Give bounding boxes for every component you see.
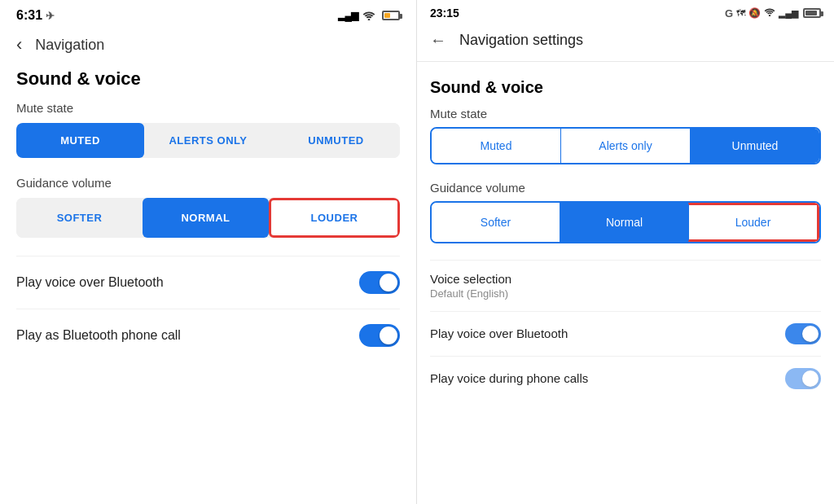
content-right: Sound & voice Mute state Muted Alerts on… bbox=[417, 62, 834, 504]
bluetooth-phone-row-left: Play as Bluetooth phone call bbox=[16, 309, 400, 362]
signal-icon-right: ▂▄▆ bbox=[779, 8, 798, 19]
bluetooth-phone-label-left: Play as Bluetooth phone call bbox=[16, 328, 181, 343]
section-title-right: Sound & voice bbox=[430, 78, 821, 97]
phone-calls-toggle-right[interactable] bbox=[785, 368, 821, 389]
nav-header-right: ← Navigation settings bbox=[417, 23, 834, 62]
svg-point-1 bbox=[769, 15, 770, 16]
voice-selection-label-right: Voice selection bbox=[430, 272, 821, 286]
svg-point-0 bbox=[368, 19, 371, 20]
alerts-only-button-right[interactable]: Alerts only bbox=[560, 129, 690, 163]
bluetooth-voice-toggle-right[interactable] bbox=[785, 323, 821, 344]
status-time-right: 23:15 bbox=[430, 7, 459, 20]
louder-button-left[interactable]: LOUDER bbox=[269, 198, 400, 238]
bluetooth-voice-row-left: Play voice over Bluetooth bbox=[16, 256, 400, 309]
back-button-left[interactable]: ‹ bbox=[16, 34, 22, 55]
normal-button-right[interactable]: Normal bbox=[560, 203, 688, 242]
voice-selection-value-right: Default (English) bbox=[430, 287, 821, 300]
content-left: Sound & voice Mute state MUTED ALERTS ON… bbox=[0, 68, 416, 504]
voice-selection-row-right[interactable]: Voice selection Default (English) bbox=[430, 260, 821, 311]
battery-icon-right bbox=[803, 8, 821, 18]
mute-state-label-right: Mute state bbox=[430, 107, 821, 121]
guidance-volume-label-left: Guidance volume bbox=[16, 176, 400, 190]
guidance-volume-label-right: Guidance volume bbox=[430, 181, 821, 195]
mute-button-group-left: MUTED ALERTS ONLY UNMUTED bbox=[16, 123, 400, 158]
bluetooth-voice-label-left: Play voice over Bluetooth bbox=[16, 275, 164, 290]
right-panel: 23:15 G 🗺 🔕 ▂▄▆ ← Navigation settings bbox=[417, 0, 834, 504]
signal-icon-left: ▂▄▆ bbox=[338, 10, 358, 21]
status-icons-right-group: ▂▄▆ bbox=[338, 9, 400, 23]
wifi-icon-left bbox=[362, 9, 375, 23]
bell-icon-right: 🔕 bbox=[748, 7, 761, 19]
phone-calls-label-right: Play voice during phone calls bbox=[430, 371, 588, 385]
mute-state-label-left: Mute state bbox=[16, 101, 400, 115]
g-icon-right: G bbox=[725, 7, 733, 20]
left-panel: 6:31 ✈ ▂▄▆ ‹ Navigation Sound & voice bbox=[0, 0, 417, 504]
bluetooth-phone-toggle-left[interactable] bbox=[359, 324, 400, 347]
muted-button-right[interactable]: Muted bbox=[432, 129, 560, 163]
alerts-only-button-left[interactable]: ALERTS ONLY bbox=[144, 123, 272, 158]
status-bar-right: 23:15 G 🗺 🔕 ▂▄▆ bbox=[417, 0, 834, 23]
volume-button-group-right: Softer Normal Louder bbox=[430, 201, 821, 243]
battery-icon-left bbox=[382, 11, 400, 20]
unmuted-button-left[interactable]: UNMUTED bbox=[272, 123, 400, 158]
bluetooth-voice-toggle-left[interactable] bbox=[359, 271, 400, 294]
normal-button-left[interactable]: NORMAL bbox=[143, 198, 269, 238]
bluetooth-voice-row-right: Play voice over Bluetooth bbox=[430, 311, 821, 356]
nav-title-right: Navigation settings bbox=[459, 32, 583, 49]
location-icon-left: ✈ bbox=[46, 10, 55, 22]
louder-button-right[interactable]: Louder bbox=[688, 203, 819, 242]
muted-button-left[interactable]: MUTED bbox=[16, 123, 144, 158]
mute-button-group-right: Muted Alerts only Unmuted bbox=[430, 127, 821, 164]
bluetooth-voice-label-right: Play voice over Bluetooth bbox=[430, 327, 568, 340]
section-title-left: Sound & voice bbox=[16, 68, 400, 90]
softer-button-left[interactable]: SOFTER bbox=[16, 198, 143, 238]
nav-header-left: ‹ Navigation bbox=[0, 28, 416, 68]
back-button-right[interactable]: ← bbox=[430, 31, 446, 50]
phone-calls-row-right: Play voice during phone calls bbox=[430, 356, 821, 401]
status-time-left: 6:31 bbox=[16, 8, 42, 23]
maps-icon-right: 🗺 bbox=[736, 8, 745, 18]
unmuted-button-right[interactable]: Unmuted bbox=[690, 129, 819, 163]
softer-button-right[interactable]: Softer bbox=[432, 203, 560, 242]
status-icons-right: G 🗺 🔕 ▂▄▆ bbox=[725, 7, 821, 20]
nav-title-left: Navigation bbox=[35, 37, 104, 54]
status-bar-left: 6:31 ✈ ▂▄▆ bbox=[0, 0, 416, 28]
wifi-icon-right bbox=[764, 7, 775, 19]
volume-button-group-left: SOFTER NORMAL LOUDER bbox=[16, 198, 400, 238]
